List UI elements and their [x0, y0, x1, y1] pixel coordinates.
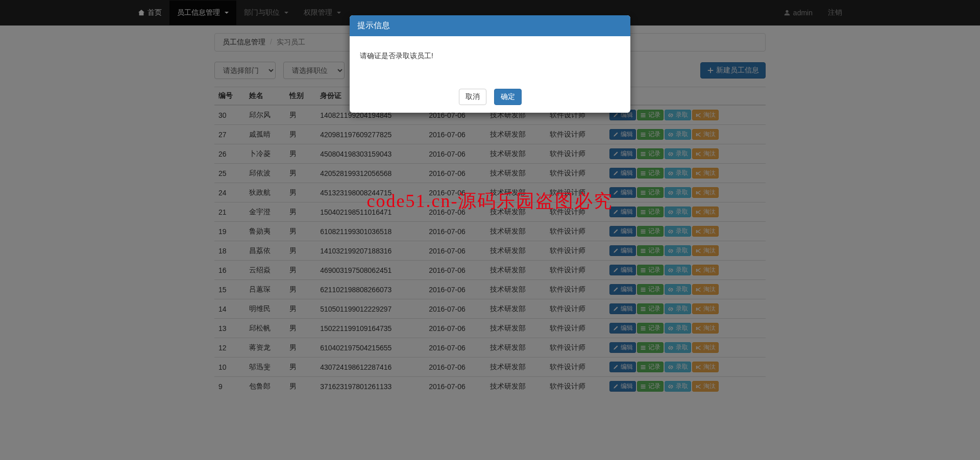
modal-ok-button[interactable]: 确定 [494, 89, 522, 105]
confirm-modal: 提示信息 请确证是否录取该员工! 取消 确定 [350, 15, 630, 113]
modal-title: 提示信息 [350, 15, 630, 36]
modal-footer: 取消 确定 [350, 81, 630, 113]
modal-body: 请确证是否录取该员工! [350, 36, 630, 81]
modal-cancel-button[interactable]: 取消 [459, 89, 486, 105]
